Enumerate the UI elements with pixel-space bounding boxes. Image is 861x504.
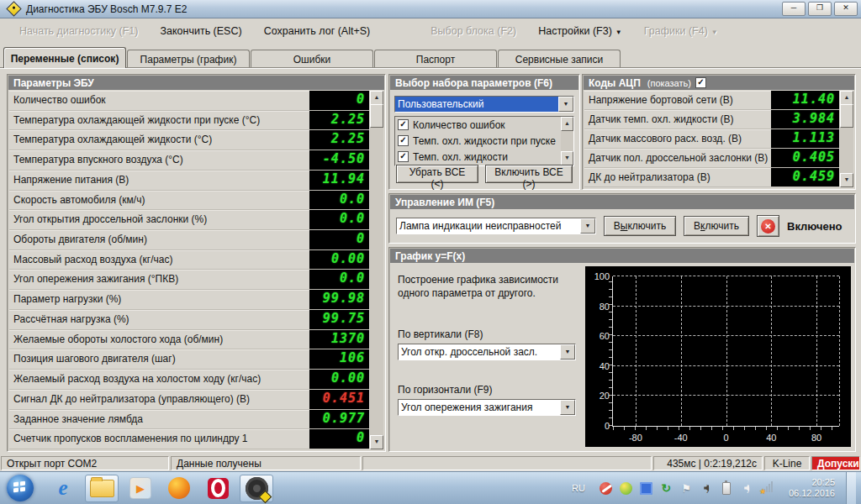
remove-all-button[interactable]: Убрать ВСЕ (<) <box>396 165 478 183</box>
list-item[interactable]: ✓Темп. охл. жидкости <box>395 149 573 165</box>
taskbar-item-opera[interactable] <box>201 475 235 502</box>
menu-save-log[interactable]: Сохранить лог (Alt+S) <box>253 20 382 42</box>
menu-settings[interactable]: Настройки (F3)▼ <box>527 20 633 42</box>
sync-icon[interactable]: ↻ <box>660 482 673 495</box>
scroll-up-icon[interactable]: ▲ <box>561 117 573 131</box>
language-indicator[interactable]: RU <box>572 483 585 493</box>
param-value: 106 <box>309 349 369 369</box>
scroll-down-icon[interactable]: ▼ <box>370 435 383 449</box>
gridline <box>816 276 817 426</box>
scroll-up-icon[interactable]: ▲ <box>840 91 853 105</box>
battery-icon[interactable] <box>721 482 733 495</box>
checkbox-checked-icon[interactable]: ✓ <box>398 119 409 130</box>
scroll-down-icon[interactable]: ▼ <box>561 151 573 165</box>
horizontal-axis-label: По горизонтали (F9) <box>398 384 493 396</box>
restore-button[interactable]: ❐ <box>808 2 832 16</box>
folder-icon <box>90 480 114 497</box>
action-center-flag-icon[interactable]: ⚑ <box>680 482 693 495</box>
adc-row: Датчик пол. дроссельной заслонки (В)0.40… <box>584 149 839 168</box>
cleaner-tray-icon[interactable] <box>600 482 612 495</box>
blue-app-tray-icon[interactable] <box>640 482 652 495</box>
param-label: Температура охлаждающей жидкости (°С) <box>9 130 309 150</box>
adc-label: ДК до нейтрализатора (В) <box>584 168 771 186</box>
status-bar: Открыт порт COM2 Данные получены 435мс |… <box>0 455 861 471</box>
param-row: Заданное значение лямбда0.977 <box>9 410 369 430</box>
tab-passport[interactable]: Паспорт <box>374 50 497 68</box>
scroll-down-icon[interactable]: ▼ <box>840 173 853 187</box>
scroll-thumb[interactable] <box>840 104 853 128</box>
actuator-controls: Лампа индикации неисправностей ▼ Выключи… <box>396 215 848 237</box>
taskbar-item-firefox[interactable] <box>162 475 196 502</box>
parameter-set-panel: Выбор набора параметров (F6) Пользовател… <box>388 74 580 190</box>
clock[interactable]: 20:25 06.12.2016 <box>789 477 835 499</box>
horizontal-axis-combobox[interactable]: Угол опережения зажигания ▼ <box>398 399 576 416</box>
cancel-button[interactable]: ✕ <box>757 215 779 237</box>
xy-chart: 0 20 40 60 80 100 -80 -40 0 40 80 <box>585 266 851 447</box>
chevron-down-icon[interactable]: ▼ <box>558 97 573 112</box>
windows-flag-icon <box>13 482 18 487</box>
taskbar-item-media-player[interactable]: ▶ <box>124 475 157 502</box>
param-label: Счетчик пропусков воспламенения по цилин… <box>9 429 309 449</box>
list-item[interactable]: ✓Количество ошибок <box>395 117 573 133</box>
param-row: Желаемые обороты холостого хода (об/мин)… <box>9 330 369 350</box>
turn-on-button[interactable]: Включить <box>684 216 749 236</box>
application-window: Диагностика ЭБУ Bosch М7.9.7 Е2 ─ ❐ ✕ На… <box>0 0 861 504</box>
taskbar-item-explorer[interactable] <box>85 475 119 502</box>
panel-title: Управление ИМ (F5) <box>390 195 854 209</box>
include-all-button[interactable]: Включить ВСЕ (>) <box>485 165 573 183</box>
scrollbar[interactable]: ▲ ▼ <box>840 91 853 187</box>
param-value: 0.00 <box>309 250 369 270</box>
status-port: Открыт порт COM2 <box>1 456 169 470</box>
tab-parameters-graph[interactable]: Параметры (график) <box>127 50 250 68</box>
turn-off-button[interactable]: Выключить <box>604 216 676 236</box>
param-value: 0.0 <box>309 270 369 289</box>
parameter-set-combobox[interactable]: Пользовательский ▼ <box>394 96 574 113</box>
vertical-axis-combobox[interactable]: Угол откр. дроссельной засл. ▼ <box>398 344 576 360</box>
close-button[interactable]: ✕ <box>834 2 858 16</box>
param-value: 0.00 <box>309 370 369 389</box>
speaker-icon[interactable]: ) <box>741 482 753 495</box>
label-part: В <box>694 220 700 232</box>
chevron-down-icon[interactable]: ▼ <box>560 400 575 415</box>
volume-icon[interactable]: ) <box>700 482 713 495</box>
network-signal-icon[interactable]: ★ <box>761 482 774 494</box>
show-checkbox-checked-icon[interactable]: ✓ <box>695 77 706 88</box>
taskbar-item-internet-explorer[interactable]: e <box>46 475 80 502</box>
scroll-up-icon[interactable]: ▲ <box>370 91 383 105</box>
chevron-down-icon[interactable]: ▼ <box>560 344 575 360</box>
param-label: Количество ошибок <box>9 91 309 110</box>
tab-variables-list[interactable]: Переменные (список) <box>3 47 126 68</box>
windows-flag-icon <box>20 481 25 486</box>
scroll-thumb[interactable] <box>370 104 383 128</box>
status-protocol: K-Line <box>764 456 810 470</box>
antivirus-tray-icon[interactable] <box>620 482 632 495</box>
param-label: Позиция шагового двигателя (шаг) <box>9 349 309 369</box>
parameter-checklist: ✓Количество ошибок ✓Темп. охл. жидкости … <box>394 116 574 166</box>
param-value: 0.977 <box>309 410 369 429</box>
tab-service-records[interactable]: Сервисные записи <box>498 50 621 68</box>
taskbar-item-diagnostics-app[interactable] <box>240 475 273 502</box>
param-value: 1370 <box>309 330 369 349</box>
actuator-combobox[interactable]: Лампа индикации неисправностей ▼ <box>396 218 596 234</box>
menu-finish[interactable]: Закончить (ESC) <box>149 20 252 42</box>
actuator-state-label: Включено <box>787 220 843 233</box>
dropdown-arrow-icon: ▼ <box>711 29 718 36</box>
param-value: -4.50 <box>309 150 369 170</box>
list-item[interactable]: ✓Темп. охл. жидкости при пуске <box>395 133 573 149</box>
param-label: Температура охлаждающей жидкости при пус… <box>9 111 309 130</box>
tab-divider <box>0 67 861 69</box>
chevron-down-icon[interactable]: ▼ <box>580 218 595 234</box>
start-button[interactable] <box>7 475 34 501</box>
window-title: Диагностика ЭБУ Bosch М7.9.7 Е2 <box>26 3 779 15</box>
scrollbar[interactable]: ▲ ▼ <box>561 117 573 165</box>
tab-errors[interactable]: Ошибки <box>251 50 373 68</box>
checkbox-checked-icon[interactable]: ✓ <box>398 135 409 146</box>
param-value: 99.75 <box>309 310 369 329</box>
minimize-button[interactable]: ─ <box>782 2 806 16</box>
checkbox-checked-icon[interactable]: ✓ <box>398 151 409 162</box>
show-desktop-button[interactable] <box>846 472 856 504</box>
vertical-axis-label: По вертикали (F8) <box>398 328 483 340</box>
param-row: Температура впускного воздуха (°С)-4.50 <box>9 150 369 171</box>
x-tick-label: 40 <box>754 433 788 443</box>
scrollbar[interactable]: ▲ ▼ <box>370 91 383 449</box>
